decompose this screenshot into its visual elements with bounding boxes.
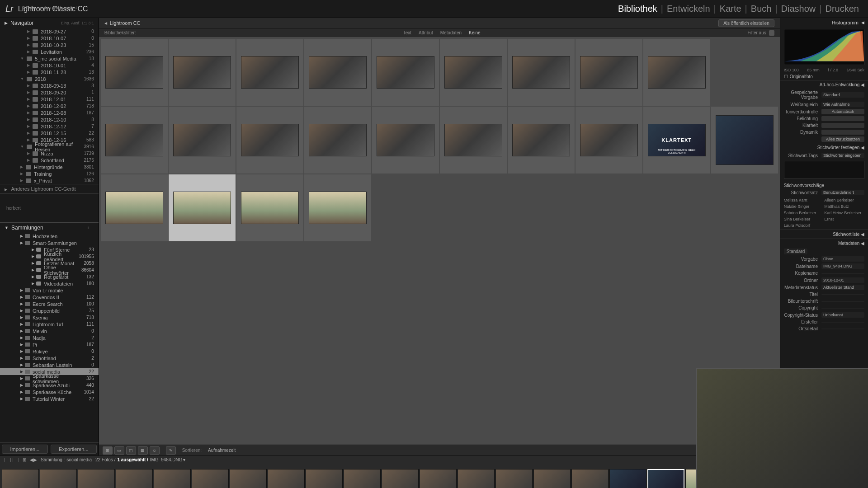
sort-dropdown[interactable]: Aufnahmezeit [208,448,236,453]
keyword-suggestion[interactable]: Natalie Singer [784,204,823,209]
reset-all-button[interactable]: Alles zurücksetzen [821,136,864,142]
filmstrip-thumb[interactable] [268,469,305,488]
collection-row[interactable]: ▶Nadja2 [0,334,99,341]
other-device-section[interactable]: ▶ Anderes Lightroom CC-Gerät [0,184,99,194]
navigator-header[interactable]: ▶ Navigator Einp. Ausf. 1:1 3:1 [0,18,99,28]
keyword-suggestion[interactable]: Sabrina Berkeiser [784,211,823,215]
filmstrip-thumb[interactable] [458,469,495,488]
search-input-3[interactable] [5,214,94,221]
collection-row[interactable]: ▶Gruppenbild75 [0,307,99,314]
filmstrip-thumb[interactable] [2,469,39,488]
nav-fwd-icon[interactable]: ▶ [33,457,37,462]
meta-copyright-input[interactable] [821,308,864,309]
thumbnail-cell[interactable] [101,39,168,106]
collection-row[interactable]: ▶Videodateien180 [0,280,99,287]
vibrance-slider[interactable] [821,130,864,135]
thumbnail-cell[interactable] [643,39,710,106]
second-window-icon[interactable] [5,458,11,462]
thumbnail-cell[interactable] [576,39,642,106]
collections-add-icon[interactable]: + − [87,225,94,230]
filmstrip-thumb[interactable] [192,469,229,488]
meta-creator-input[interactable] [821,322,864,323]
module-slideshow[interactable]: Diashow [778,4,820,14]
thumbnail-cell[interactable] [440,107,507,174]
meta-copyname-input[interactable] [821,273,864,274]
meta-cstatus-dropdown[interactable]: Unbekannt [821,312,864,318]
folder-row[interactable]: ▶Schottland2175 [0,157,99,164]
thumbnail-cell[interactable]: KLARTEXTMIT DER FOTOGRAFIE GELD VERDIENE… [643,107,710,174]
nav-back-icon[interactable]: ◀ [30,457,33,462]
filmstrip-thumb[interactable] [571,469,609,488]
thumbnail-cell[interactable] [101,107,168,174]
collection-row[interactable]: ▶Von Lr mobile [0,287,99,294]
keyword-suggestion[interactable]: Matthias Butz [824,204,863,209]
filter-tab-none[interactable]: Keine [465,30,484,35]
meta-filename-value[interactable]: IMG_9484.DNG [821,263,864,269]
meta-caption-input[interactable] [821,301,864,302]
exposure-slider[interactable] [821,116,864,121]
histogram-display[interactable] [784,29,864,65]
folder-row[interactable]: ▶2018-09-270 [0,28,99,35]
collection-row[interactable]: ▶Sparkasse Küche1014 [0,389,99,395]
collection-row[interactable]: ▶Schottland2 [0,355,99,361]
meta-folder-value[interactable]: 2018-12-01 [821,277,864,283]
keyword-set-dropdown[interactable]: Benutzerdefiniert [821,190,864,195]
import-button[interactable]: Importieren... [2,445,48,454]
collection-row[interactable]: ▶Sebastian Lastein0 [0,361,99,368]
collection-row[interactable]: ▶Rukiye0 [0,348,99,355]
collection-row[interactable]: ▶Rot gefärbt132 [0,273,99,280]
thumbnail-cell[interactable] [236,107,303,174]
collection-row[interactable]: ▶Melvin0 [0,328,99,334]
grid-mode-icon[interactable]: ⊞ [23,457,26,462]
metadata-header[interactable]: Metadaten ◀ [780,239,868,248]
keyword-suggestion[interactable]: Ernst [824,217,863,221]
clarity-slider[interactable] [821,123,864,128]
folder-row[interactable]: ▶2018-10-070 [0,35,99,42]
make-public-button[interactable]: Als öffentlich einstellen [718,19,774,27]
meta-title-input[interactable] [821,294,864,295]
keywording-header[interactable]: Stichwörter festlegen ◀ [780,143,868,152]
view-compare-button[interactable]: ◫ [126,446,136,455]
keyword-suggestion[interactable]: Melissa Kartt [784,198,823,202]
folder-row[interactable]: ▶2018-12-108 [0,116,99,123]
thumbnail-cell[interactable] [236,174,303,241]
filmstrip-thumb[interactable] [533,469,571,488]
folder-row[interactable]: ▶Hintergründe3801 [0,164,99,170]
preset-dropdown[interactable]: Standard [821,92,864,98]
collection-row[interactable]: ▶Ohne Stichwörter86604 [0,267,99,273]
thumbnail-cell[interactable] [372,107,439,174]
keyword-suggestion[interactable]: Sina Berkeiser [784,217,823,221]
thumbnail-cell[interactable] [169,39,236,106]
thumbnail-cell[interactable] [304,107,371,174]
thumbnail-cell[interactable] [372,39,439,106]
thumbnail-cell[interactable] [440,39,507,106]
filter-tab-text[interactable]: Text [400,30,415,35]
module-develop[interactable]: Entwickeln [663,4,714,14]
quick-develop-header[interactable]: Ad-hoc-Entwicklung ◀ [780,80,868,89]
filmstrip-thumb[interactable] [40,469,77,488]
painter-tool-button[interactable]: ✎ [166,446,176,455]
thumbnail-grid[interactable]: KLARTEXTMIT DER FOTOGRAFIE GELD VERDIENE… [99,37,780,445]
filter-lock-icon[interactable] [769,30,774,36]
thumbnail-cell[interactable] [576,107,642,174]
folder-row[interactable]: ▶2018-12-01111 [0,96,99,103]
navigator-zoom-opts[interactable]: Einp. Ausf. 1:1 3:1 [61,21,94,25]
filter-tab-metadata[interactable]: Metadaten [437,30,465,35]
thumbnail-cell[interactable] [711,107,778,174]
metadata-set-dropdown[interactable]: Standard [784,249,808,254]
search-input-2[interactable] [5,205,94,211]
thumbnail-cell[interactable] [304,39,371,106]
folder-row[interactable]: ▶Nizza1739 [0,150,99,157]
thumbnail-cell[interactable] [304,174,371,241]
folder-row[interactable]: ▶x_Privat1862 [0,177,99,184]
collection-row[interactable]: ▶Smart-Sammlungen [0,239,99,246]
view-survey-button[interactable]: ▦ [138,446,148,455]
folder-row[interactable]: ▶2018-09-201 [0,89,99,96]
folder-row[interactable]: ▼5_me social Media18 [0,55,99,62]
module-map[interactable]: Karte [716,4,745,14]
thumbnail-cell[interactable] [101,174,168,241]
thumbnail-cell[interactable] [508,39,575,106]
filmstrip-thumb[interactable] [78,469,115,488]
filmstrip-thumb[interactable] [230,469,267,488]
folder-row[interactable]: ▶Levitation236 [0,48,99,55]
